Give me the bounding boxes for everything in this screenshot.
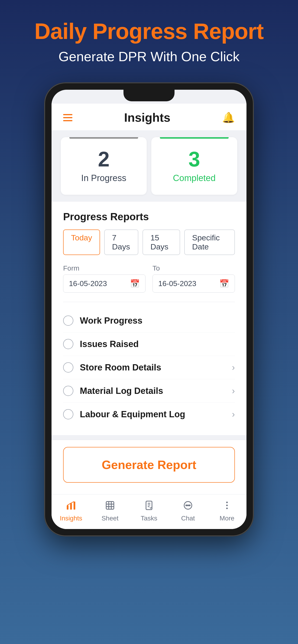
from-calendar-icon[interactable]: 📅	[130, 279, 140, 288]
tasks-nav-icon	[144, 500, 154, 513]
radio-left-labour-equipment: Labour & Equipment Log	[63, 409, 185, 419]
svg-rect-3	[106, 502, 114, 509]
report-item-labour-equipment[interactable]: Labour & Equipment Log ›	[63, 403, 235, 426]
filter-7days[interactable]: 7 Days	[104, 230, 138, 255]
phone-content: Insights 🔔 2 In Progress 3 Completed Pro…	[52, 90, 246, 529]
svg-point-15	[189, 505, 190, 506]
to-date-input[interactable]: 16-05-2023 📅	[152, 274, 235, 292]
from-date-value: 16-05-2023	[69, 279, 107, 288]
stat-label-completed: Completed	[158, 173, 230, 183]
chevron-material-log-icon: ›	[232, 386, 235, 396]
svg-point-18	[226, 508, 228, 509]
phone-notch	[123, 90, 175, 101]
hamburger-menu-icon[interactable]	[63, 114, 72, 121]
stat-card-in-progress[interactable]: 2 In Progress	[61, 137, 147, 195]
radio-left-issues-raised: Issues Raised	[63, 339, 139, 349]
nav-item-more[interactable]: More	[207, 500, 246, 522]
filter-15days[interactable]: 15 Days	[143, 230, 180, 255]
nav-item-insights[interactable]: Insights	[52, 500, 91, 522]
svg-rect-0	[67, 505, 69, 510]
hamburger-line-2	[63, 117, 72, 118]
hamburger-line-3	[63, 120, 72, 121]
nav-item-tasks[interactable]: Tasks	[130, 500, 168, 522]
nav-label-chat: Chat	[181, 515, 195, 522]
date-row: Form 16-05-2023 📅 To 16-05-2023 📅	[63, 264, 235, 292]
radio-circle-issues-raised[interactable]	[63, 339, 73, 349]
hero-title: Daily Progress Report	[34, 18, 263, 44]
chevron-store-room-icon: ›	[232, 362, 235, 372]
app-bar: Insights 🔔	[52, 104, 246, 130]
radio-circle-store-room[interactable]	[63, 362, 73, 372]
svg-point-17	[226, 505, 228, 506]
filter-specific-date[interactable]: Specific Date	[184, 230, 235, 255]
report-item-store-room[interactable]: Store Room Details ›	[63, 356, 235, 379]
radio-circle-work-progress[interactable]	[63, 316, 73, 326]
filter-today[interactable]: Today	[63, 230, 100, 255]
radio-text-work-progress: Work Progress	[80, 316, 143, 326]
from-date-field: Form 16-05-2023 📅	[63, 264, 146, 292]
from-label: Form	[63, 264, 146, 272]
svg-point-14	[187, 505, 188, 506]
nav-item-sheet[interactable]: Sheet	[91, 500, 130, 522]
radio-text-material-log: Material Log Details	[80, 386, 163, 396]
nav-label-tasks: Tasks	[141, 515, 157, 522]
bottom-nav: Insights Sheet	[52, 494, 246, 529]
stat-number-completed: 3	[158, 149, 230, 170]
insights-nav-icon	[66, 500, 76, 513]
bell-icon[interactable]: 🔔	[222, 112, 235, 124]
nav-label-sheet: Sheet	[101, 515, 118, 522]
radio-text-issues-raised: Issues Raised	[80, 339, 139, 349]
stat-card-completed[interactable]: 3 Completed	[151, 137, 237, 195]
to-calendar-icon[interactable]: 📅	[219, 279, 229, 288]
progress-reports-section: Progress Reports Today 7 Days 15 Days Sp…	[52, 202, 246, 435]
radio-left-store-room: Store Room Details	[63, 362, 161, 372]
to-date-value: 16-05-2023	[158, 279, 196, 288]
filter-row: Today 7 Days 15 Days Specific Date	[63, 230, 235, 255]
section-divider	[63, 302, 235, 302]
svg-point-16	[226, 502, 228, 503]
phone-screen: Insights 🔔 2 In Progress 3 Completed Pro…	[52, 90, 246, 529]
svg-rect-1	[70, 503, 72, 510]
radio-text-labour-equipment: Labour & Equipment Log	[80, 410, 185, 419]
generate-btn-wrap: Generate Report	[52, 440, 246, 494]
progress-reports-title: Progress Reports	[63, 211, 235, 222]
to-label: To	[152, 264, 235, 272]
svg-rect-2	[74, 502, 75, 510]
stat-label-in-progress: In Progress	[68, 173, 140, 183]
radio-text-store-room: Store Room Details	[80, 362, 161, 372]
phone-frame: Insights 🔔 2 In Progress 3 Completed Pro…	[45, 83, 253, 536]
hamburger-line-1	[63, 114, 72, 115]
nav-label-insights: Insights	[60, 515, 82, 522]
app-bar-title: Insights	[124, 110, 170, 124]
radio-left-material-log: Material Log Details	[63, 386, 163, 396]
more-nav-icon	[222, 500, 232, 513]
radio-circle-labour-equipment[interactable]	[63, 409, 73, 419]
svg-point-13	[186, 505, 187, 506]
sheet-nav-icon	[105, 500, 115, 513]
report-item-issues-raised[interactable]: Issues Raised	[63, 332, 235, 356]
hero-subtitle: Generate DPR With One Click	[59, 49, 239, 64]
nav-label-more: More	[219, 515, 234, 522]
to-date-field: To 16-05-2023 📅	[152, 264, 235, 292]
report-item-work-progress[interactable]: Work Progress	[63, 309, 235, 332]
radio-left-work-progress: Work Progress	[63, 316, 143, 326]
chevron-labour-equipment-icon: ›	[232, 410, 235, 419]
report-item-material-log[interactable]: Material Log Details ›	[63, 379, 235, 403]
stats-row: 2 In Progress 3 Completed	[52, 130, 246, 202]
chat-nav-icon	[183, 500, 193, 513]
nav-item-chat[interactable]: Chat	[168, 500, 207, 522]
from-date-input[interactable]: 16-05-2023 📅	[63, 274, 146, 292]
report-items-list: Work Progress Issues Raised Store Room D…	[63, 309, 235, 426]
radio-circle-material-log[interactable]	[63, 386, 73, 396]
generate-report-button[interactable]: Generate Report	[63, 447, 235, 483]
stat-number-in-progress: 2	[68, 149, 140, 170]
